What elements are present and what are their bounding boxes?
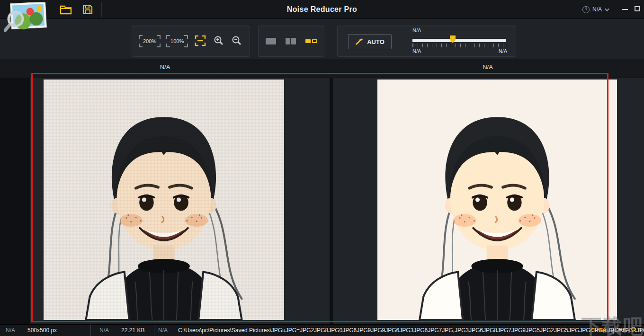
zoom-200-button[interactable]: 200%: [139, 35, 161, 47]
help-menu[interactable]: N/A: [582, 0, 608, 19]
dimensions-label: N/A: [6, 327, 15, 334]
strength-slider-track[interactable]: [412, 39, 506, 42]
slider-tick-ruler: [412, 44, 506, 47]
magnifier-icon: [631, 327, 637, 334]
open-file-button[interactable]: [57, 3, 75, 17]
window-title: Noise Reducer Pro: [287, 0, 357, 19]
strength-slider-handle[interactable]: [450, 35, 456, 43]
titlebar: Noise Reducer Pro N/A: [0, 0, 644, 19]
slider-top-label: N/A: [412, 27, 421, 33]
compare-view-icon: [305, 39, 317, 43]
zoom-in-icon: [214, 35, 224, 47]
original-panel-label: N/A: [0, 63, 330, 71]
statusbar: N/A 500x500 px N/A 22.21 KB N/A C:\Users…: [0, 324, 644, 336]
zoom-out-icon: [232, 35, 242, 47]
zoom-100-button[interactable]: 100%: [166, 35, 188, 47]
slider-max-label: N/A: [499, 48, 507, 54]
dimensions-segment: N/A 500x500 px: [0, 325, 91, 336]
processed-image[interactable]: [377, 80, 617, 320]
slider-min-label: N/A: [412, 48, 421, 54]
zoom-in-button[interactable]: [213, 35, 225, 48]
single-view-button[interactable]: [265, 37, 277, 45]
folder-icon: [60, 4, 72, 16]
filesize-label: N/A: [99, 327, 109, 334]
filepath-label: N/A: [158, 327, 168, 334]
strength-slider: N/A N/A N/A: [410, 27, 510, 56]
magic-wand-icon: [355, 37, 364, 47]
compare-view-button[interactable]: [304, 38, 318, 44]
chevron-down-icon: [605, 7, 609, 11]
filesize-value: 22.21 KB: [121, 327, 144, 334]
auto-label: AUTO: [367, 38, 385, 45]
filepath-segment: N/A C:\Users\pc\Pictures\Saved Pictures\…: [154, 325, 644, 336]
single-view-icon: [266, 38, 276, 44]
filepath-value: C:\Users\pc\Pictures\Saved Pictures\JPGu…: [178, 327, 644, 334]
dimensions-value: 500x500 px: [27, 327, 57, 334]
titlebar-divider: [101, 2, 102, 17]
status-wand-value: GpJPG-: [608, 327, 629, 334]
adjust-group: AUTO N/A N/A N/A: [337, 26, 516, 57]
split-view-button[interactable]: [285, 37, 297, 45]
zoom-tool-group: 200% 100%: [132, 26, 250, 57]
status-wand-label: N/A: [597, 327, 607, 334]
minimize-button[interactable]: [622, 9, 628, 10]
bracket-corners: [139, 35, 161, 47]
status-zoom-value: 1: [639, 327, 642, 334]
split-view-icon: [286, 38, 296, 44]
app-logo: [4, 2, 47, 32]
help-icon: [582, 6, 590, 13]
save-icon: [82, 4, 93, 17]
save-file-button[interactable]: [79, 3, 97, 17]
left-gutter: [0, 78, 30, 324]
original-image[interactable]: [44, 80, 284, 320]
panel-headers: N/A N/A: [0, 59, 644, 78]
toolbar: 200% 100%: [0, 19, 644, 59]
fit-frame-icon: [195, 35, 206, 48]
magic-wand-icon: [589, 327, 595, 334]
compare-viewport: [0, 78, 644, 324]
view-mode-group: [258, 26, 324, 57]
fit-to-screen-button[interactable]: [194, 34, 207, 49]
zoom-out-button[interactable]: [231, 35, 243, 48]
auto-button[interactable]: AUTO: [348, 34, 392, 49]
filesize-segment: N/A 22.21 KB: [91, 325, 154, 336]
panel-divider: [330, 78, 333, 324]
maximize-button[interactable]: [635, 6, 640, 11]
bracket-corners: [166, 35, 188, 47]
status-right-cluster: N/A GpJPG- 1: [589, 325, 644, 336]
noise-reducer-window: Noise Reducer Pro N/A: [0, 0, 644, 336]
help-label: N/A: [592, 6, 602, 13]
processed-panel-label: N/A: [331, 63, 644, 71]
